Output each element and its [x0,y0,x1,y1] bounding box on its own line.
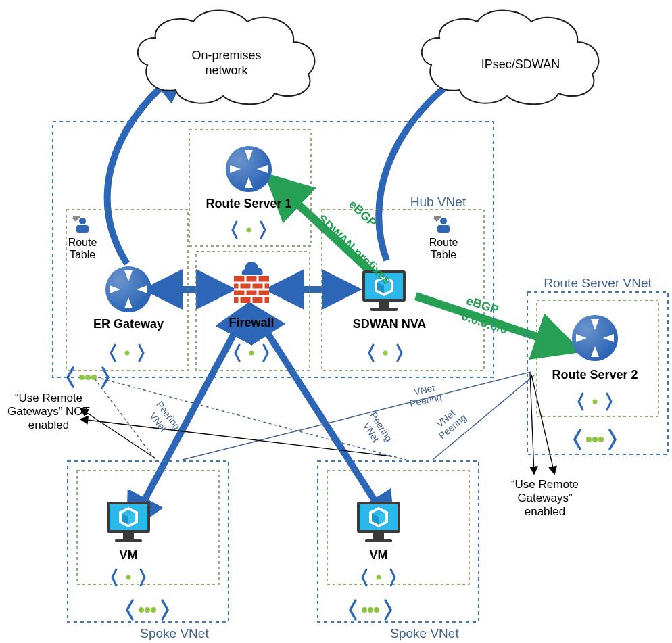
subnet-glyph-rs2 [579,394,611,410]
route-table-right [433,216,450,233]
subnet-glyph-rs1 [233,222,265,238]
spoke1-vnet-box [68,461,229,622]
subnet-glyph-fw [235,345,268,361]
note-yes-l2: Gateways” [517,492,573,504]
route-server-2 [572,315,618,361]
route-server-1-label: Route Server 1 [206,197,291,210]
link-firewall-vm2 [257,316,385,517]
router-icon [226,146,272,192]
sdwan-nva-label: SDWAN NVA [353,317,427,331]
route-table-left-l1: Route [68,237,97,248]
route-server-1 [226,146,272,192]
rs-vnet-label: Route Server VNet [544,276,652,290]
spoke1-vnet-label: Spoke VNet [140,626,209,640]
spoke2-vnet-box [318,461,479,622]
router-icon [105,266,151,312]
vm-icon [107,502,150,542]
route-table-left-l2: Table [70,249,95,260]
firewall-icon [234,262,269,303]
cloud-onprem: On-premises network [138,11,315,105]
peering-hub-spoke2 [101,379,406,460]
spoke2-vm-label: VM [370,548,388,562]
hub-vnet-label: Hub VNet [410,195,466,209]
note-yes-l3: enabled [525,505,566,518]
subnet-glyph-nva [369,345,402,361]
router-icon [572,315,618,361]
vm-icon [357,502,400,542]
route-table-left [72,216,89,233]
cloud-ipsec: IPsec/SDWAN [422,11,599,105]
link-er-to-onprem [107,74,176,264]
subnet-glyph-spoke2 [362,569,395,586]
spoke2-vnet-label: Spoke VNet [390,626,459,640]
ebgp-label-2b: 0.0.0.0/0 [460,309,509,337]
note-not-l3: enabled [28,419,70,431]
spoke2-vm [357,502,400,542]
note-yes-arrow-1 [530,373,534,473]
vnet-glyph-spoke1 [127,600,168,619]
cloud-ipsec-label: IPsec/SDWAN [481,57,560,71]
vnet-glyph-rs [575,430,615,449]
note-not-l2: Gateways” NOT [7,405,90,418]
spoke1-vm-label: VM [120,548,138,562]
note-yes-l1: “Use Remote [511,478,579,491]
peering-rs-spoke1 [183,372,531,460]
route-table-icon [433,216,450,233]
note-not-arrow-1 [81,409,155,458]
er-gateway [105,266,151,312]
route-server-2-label: Route Server 2 [552,368,638,381]
note-not-l1: “Use Remote [15,391,82,404]
subnet-glyph-spoke1 [112,569,145,586]
route-table-right-l1: Route [429,237,458,248]
note-yes-arrow-2 [531,375,554,473]
peering-hub-spoke1 [95,379,155,460]
note-not-arrow-2 [81,419,392,456]
firewall-label: Firewall [229,316,274,329]
vnet-glyph-spoke2 [350,600,391,619]
firewall [234,262,269,303]
route-table-right-l2: Table [431,249,456,260]
spoke1-vm [107,502,150,542]
cloud-onprem-label-2: network [205,64,248,77]
route-table-icon [72,216,89,233]
er-gateway-label: ER Gateway [93,317,164,331]
cloud-onprem-label-1: On-premises [191,49,261,62]
ebgp-label-1a: eBGP [346,197,379,230]
subnet-glyph-er [111,345,143,361]
